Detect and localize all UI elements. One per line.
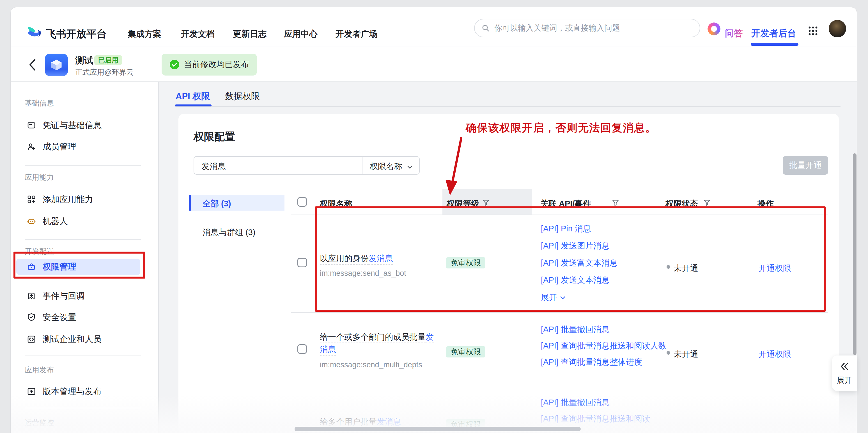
- api-link[interactable]: [API] 查询批量消息整体进度: [541, 354, 674, 370]
- sidebar-rule: [25, 355, 141, 355]
- level-tag: 免审权限: [446, 346, 485, 357]
- navbar-brand[interactable]: 飞书开放平台: [46, 27, 106, 41]
- sidebar-item-test-org[interactable]: 测试企业和人员: [26, 331, 147, 348]
- sidebar-item-add-capability[interactable]: 添加应用能力: [26, 191, 147, 208]
- search-control-divider: [362, 157, 363, 174]
- member-add-icon: [26, 142, 36, 151]
- horizontal-scrollbar[interactable]: [294, 427, 581, 431]
- sidebar-item-version[interactable]: 版本管理与发布: [26, 383, 147, 400]
- bulk-enable-button[interactable]: 批量开通: [783, 156, 828, 175]
- nav-item-app-center[interactable]: 应用中心: [284, 28, 317, 40]
- robot-icon: [26, 216, 36, 226]
- card-title: 权限配置: [193, 130, 235, 144]
- apps-grid-icon[interactable]: [807, 25, 818, 36]
- double-chevron-left-icon: [839, 361, 850, 372]
- api-link-list: [API] 批量撤回消息 [API] 查询批量消息推送和阅读人数 [API] 查…: [541, 321, 674, 370]
- credential-card-icon: [26, 120, 36, 130]
- nav-item-docs[interactable]: 开发文档: [181, 28, 215, 40]
- api-link[interactable]: [API] 查询批量消息推送和阅读人数: [541, 338, 674, 354]
- filter-funnel-icon[interactable]: [482, 199, 490, 207]
- sidebar-item-bot[interactable]: 机器人: [26, 213, 147, 230]
- console-link[interactable]: 开发者后台: [751, 27, 796, 39]
- app-cube-icon: [45, 54, 68, 76]
- select-all-checkbox[interactable]: [298, 197, 307, 207]
- filter-type-select[interactable]: 权限名称: [370, 161, 402, 172]
- row-rule: [291, 312, 828, 313]
- permission-name-link[interactable]: 发消息: [377, 417, 401, 426]
- row-rule: [291, 388, 828, 389]
- sidebar-rule: [25, 239, 141, 240]
- api-link[interactable]: [API] 批量撤回消息: [541, 394, 674, 410]
- category-all[interactable]: 全部 (3): [203, 198, 231, 209]
- back-icon[interactable]: [28, 58, 36, 71]
- sidebar-section-basic: 基础信息: [25, 98, 54, 108]
- tab-api-permissions[interactable]: API 权限: [176, 90, 210, 102]
- row-checkbox[interactable]: [298, 344, 307, 354]
- security-shield-icon: [26, 313, 36, 322]
- annotation-arrow: [438, 135, 471, 202]
- capability-add-icon: [26, 195, 36, 204]
- permission-name: 给一个或多个部门的成员批量发消息: [320, 331, 438, 355]
- sidebar-section-release: 应用发布: [25, 365, 54, 375]
- chevron-down-icon[interactable]: [406, 164, 413, 171]
- category-active-bar: [189, 195, 191, 211]
- sidebar-section-monitor: 运营监控: [25, 418, 54, 428]
- vertical-scrollbar[interactable]: [853, 153, 857, 355]
- sidebar-rule: [25, 165, 141, 166]
- filter-funnel-icon[interactable]: [703, 199, 711, 207]
- expand-panel-button[interactable]: 展开: [832, 355, 857, 391]
- sidebar-item-credentials[interactable]: 凭证与基础信息: [26, 117, 147, 134]
- sidebar-rule: [25, 408, 141, 408]
- status-dot: [666, 351, 670, 355]
- annotation-box-row: [315, 206, 826, 312]
- api-link[interactable]: [API] 批量撤回消息: [541, 321, 674, 338]
- row-checkbox[interactable]: [298, 258, 307, 267]
- status-text: 未开通: [674, 349, 698, 360]
- nav-item-changelog[interactable]: 更新日志: [233, 28, 267, 40]
- check-circle-icon: [169, 60, 180, 70]
- enable-permission-link[interactable]: 开通权限: [758, 349, 791, 360]
- search-placeholder: 你可以输入关键词，或直接输入问题: [494, 23, 620, 33]
- tab-active-indicator: [175, 105, 212, 107]
- code-brackets-icon: [26, 335, 36, 344]
- sidebar-item-events[interactable]: 事件与回调: [26, 288, 147, 305]
- filter-funnel-icon[interactable]: [612, 199, 619, 207]
- category-messages[interactable]: 消息与群组 (3): [203, 227, 255, 238]
- event-callback-icon: [26, 291, 36, 301]
- annotation-box-sidebar: [13, 252, 145, 279]
- permission-code: im:message:send_multi_depts: [320, 360, 422, 369]
- publish-status-text: 当前修改均已发布: [184, 59, 249, 70]
- qa-link[interactable]: 问答: [725, 27, 743, 39]
- sidebar-section-capability: 应用能力: [25, 172, 54, 182]
- sidebar-item-members[interactable]: 成员管理: [26, 138, 147, 155]
- feishu-logo-icon[interactable]: [25, 24, 41, 40]
- search-icon: [482, 24, 490, 32]
- user-avatar[interactable]: [829, 20, 846, 37]
- permission-name: 给多个用户批量发消息: [320, 415, 438, 428]
- navbar-divider: [11, 47, 857, 47]
- annotation-text: 确保该权限开启，否则无法回复消息。: [466, 121, 656, 135]
- permission-search-input[interactable]: 发消息: [202, 161, 226, 172]
- app-type: 正式应用@环界云: [75, 67, 133, 77]
- console-active-indicator: [751, 43, 799, 46]
- sidebar-item-security[interactable]: 安全设置: [26, 309, 147, 326]
- api-link[interactable]: [API] 查询批量消息推送和阅读: [541, 410, 674, 427]
- qa-ring-icon[interactable]: [708, 23, 720, 35]
- publish-status-pill: 当前修改均已发布: [162, 54, 257, 76]
- app-name: 测试: [75, 55, 93, 67]
- nav-item-integration[interactable]: 集成方案: [128, 28, 161, 40]
- nav-item-dev-plaza[interactable]: 开发者广场: [336, 28, 378, 40]
- api-link-list: [API] 批量撤回消息 [API] 查询批量消息推送和阅读: [541, 394, 674, 427]
- app-status-badge: 已启用: [94, 55, 122, 65]
- global-search-input[interactable]: 你可以输入关键词，或直接输入问题: [474, 19, 700, 37]
- tab-data-permissions[interactable]: 数据权限: [225, 90, 260, 102]
- version-upload-icon: [26, 387, 36, 396]
- table-top-rule: [291, 189, 828, 189]
- tab-rule: [175, 107, 840, 107]
